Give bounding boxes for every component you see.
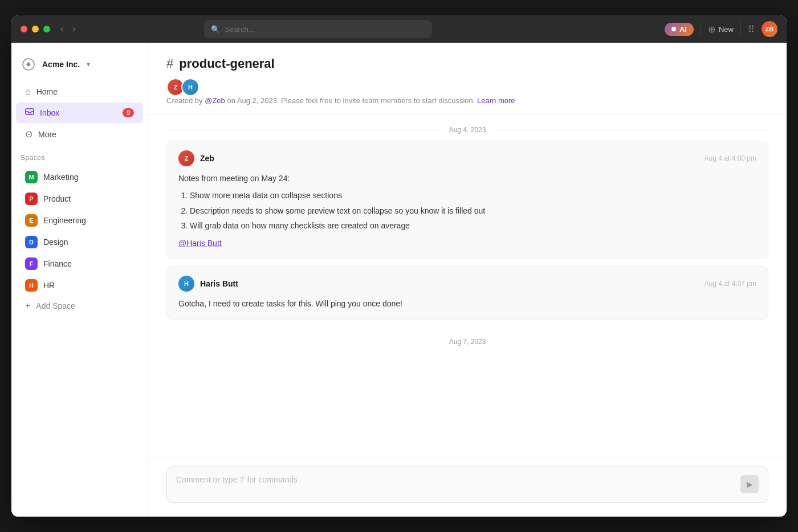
message-avatar-zeb: Z xyxy=(178,150,194,166)
comment-input-wrapper[interactable]: ▶ xyxy=(166,466,768,503)
space-dot-finance: F xyxy=(25,257,38,270)
space-label-engineering: Engineering xyxy=(43,216,86,225)
learn-more-link[interactable]: Learn more xyxy=(477,96,515,105)
space-item-marketing[interactable]: M Marketing xyxy=(16,167,143,187)
member-avatars: Z H xyxy=(166,78,768,96)
message-header-2: H Haris Butt Aug 4 at 4:07 pm xyxy=(178,276,756,292)
nav-item-more[interactable]: ⊙ More xyxy=(16,124,143,144)
nav-label-home: Home xyxy=(36,87,58,96)
message-author-haris: Haris Butt xyxy=(200,279,238,288)
channel-creator-mention[interactable]: @Zeb xyxy=(205,96,225,105)
add-space-label: Add Space xyxy=(36,301,75,310)
ai-button[interactable]: AI xyxy=(665,23,694,36)
title-bar-right: AI ⊕ New ⠿ ZB xyxy=(665,21,777,37)
channel-description: Created by @Zeb on Aug 2, 2023. Please f… xyxy=(166,96,768,105)
new-button[interactable]: ⊕ New xyxy=(708,24,734,35)
space-label-product: Product xyxy=(43,194,71,203)
message-body-2: Gotcha, I need to create tasks for this.… xyxy=(178,297,756,310)
user-initials: ZB xyxy=(766,26,774,32)
message-time-2: Aug 4 at 4:07 pm xyxy=(705,280,756,288)
search-bar[interactable]: 🔍 xyxy=(204,20,432,38)
mention-haris-butt[interactable]: @Haris Butt xyxy=(178,239,222,248)
title-bar: ‹ › 🔍 AI ⊕ New ⠿ ZB xyxy=(11,15,787,43)
window-controls xyxy=(21,26,50,32)
nav-item-home[interactable]: ⌂ Home xyxy=(16,82,143,101)
user-avatar[interactable]: ZB xyxy=(762,21,777,37)
space-item-engineering[interactable]: E Engineering xyxy=(16,210,143,231)
nav-label-inbox: Inbox xyxy=(40,108,59,117)
channel-desc-middle: on Aug 2, 2023. Please feel free to invi… xyxy=(225,96,477,105)
nav-arrows: ‹ › xyxy=(57,22,79,36)
plus-icon: + xyxy=(25,301,30,311)
list-item-1: Show more meta data on collapse sections xyxy=(190,189,756,202)
space-dot-design: D xyxy=(25,236,38,248)
divider-line-right-2 xyxy=(492,342,768,342)
avatar-haris: H xyxy=(182,79,198,95)
send-icon: ▶ xyxy=(747,480,753,489)
nav-item-inbox[interactable]: Inbox 9 xyxy=(16,103,143,123)
search-icon: 🔍 xyxy=(211,25,220,34)
channel-name: product-general xyxy=(179,56,274,71)
message-author-row-2: H Haris Butt xyxy=(178,276,238,292)
grid-icon[interactable]: ⠿ xyxy=(748,24,755,35)
add-space-button[interactable]: + Add Space xyxy=(16,297,143,315)
messages-container[interactable]: Aug 4, 2023 Z Zeb Aug 4 at 4:00 pm xyxy=(148,114,787,457)
date-divider-2: Aug 7, 2023 xyxy=(166,326,768,353)
message-avatar-haris: H xyxy=(178,276,194,292)
space-dot-product: P xyxy=(25,193,38,205)
message-card-1: Z Zeb Aug 4 at 4:00 pm Notes from meetin… xyxy=(166,141,768,259)
nav-label-more: More xyxy=(38,130,56,139)
ai-dot xyxy=(671,27,676,31)
message-author-zeb: Zeb xyxy=(200,154,214,163)
message-card-2: H Haris Butt Aug 4 at 4:07 pm Gotcha, I … xyxy=(166,266,768,320)
comment-area: ▶ xyxy=(148,457,787,517)
message-text-2: Gotcha, I need to create tasks for this.… xyxy=(178,297,756,310)
divider-line-right xyxy=(492,130,768,130)
message-author-row-1: Z Zeb xyxy=(178,150,214,166)
space-item-finance[interactable]: F Finance xyxy=(16,253,143,274)
divider-line-left xyxy=(166,130,442,130)
avatar-face-zeb: Z xyxy=(178,150,194,166)
search-input[interactable] xyxy=(225,25,425,34)
home-icon: ⌂ xyxy=(25,87,31,97)
close-button[interactable] xyxy=(21,26,27,32)
send-button[interactable]: ▶ xyxy=(740,475,759,493)
hash-icon: # xyxy=(166,56,173,71)
space-dot-marketing: M xyxy=(25,171,38,183)
date-label-2: Aug 7, 2023 xyxy=(449,338,486,346)
space-label-hr: HR xyxy=(43,281,55,290)
forward-button[interactable]: › xyxy=(69,22,79,36)
inbox-badge: 9 xyxy=(123,108,134,117)
divider xyxy=(701,22,701,36)
channel-header: # product-general Z H Created by @Zeb on… xyxy=(148,43,787,114)
space-item-design[interactable]: D Design xyxy=(16,232,143,252)
chevron-down-icon: ▾ xyxy=(87,60,90,68)
date-divider-1: Aug 4, 2023 xyxy=(166,114,768,141)
space-label-finance: Finance xyxy=(43,259,72,268)
space-dot-hr: H xyxy=(25,279,38,292)
space-item-product[interactable]: P Product xyxy=(16,189,143,209)
workspace-header[interactable]: Acme Inc. ▾ xyxy=(11,52,148,81)
back-button[interactable]: ‹ xyxy=(57,22,67,36)
content-area: # product-general Z H Created by @Zeb on… xyxy=(148,43,787,517)
space-label-marketing: Marketing xyxy=(43,173,78,182)
divider-line-left-2 xyxy=(166,342,442,342)
sidebar: Acme Inc. ▾ ⌂ Home Inbox 9 ⊙ More xyxy=(11,43,148,517)
list-item-2: Description needs to show some preview t… xyxy=(190,204,756,217)
main-layout: Acme Inc. ▾ ⌂ Home Inbox 9 ⊙ More xyxy=(11,43,787,517)
member-avatar-haris: H xyxy=(181,78,199,96)
date-label-1: Aug 4, 2023 xyxy=(449,126,486,134)
maximize-button[interactable] xyxy=(43,26,50,32)
divider2 xyxy=(740,22,741,36)
channel-title-row: # product-general xyxy=(166,56,768,71)
workspace-name: Acme Inc. xyxy=(42,60,80,69)
message-intro-1: Notes from meeting on May 24: xyxy=(178,172,756,185)
ai-label: AI xyxy=(679,25,687,34)
spaces-header: Spaces xyxy=(11,145,148,166)
space-dot-engineering: E xyxy=(25,214,38,227)
avatar-face-haris: H xyxy=(178,276,194,292)
comment-input[interactable] xyxy=(176,475,740,493)
space-label-design: Design xyxy=(43,238,68,247)
minimize-button[interactable] xyxy=(32,26,39,32)
space-item-hr[interactable]: H HR xyxy=(16,275,143,296)
